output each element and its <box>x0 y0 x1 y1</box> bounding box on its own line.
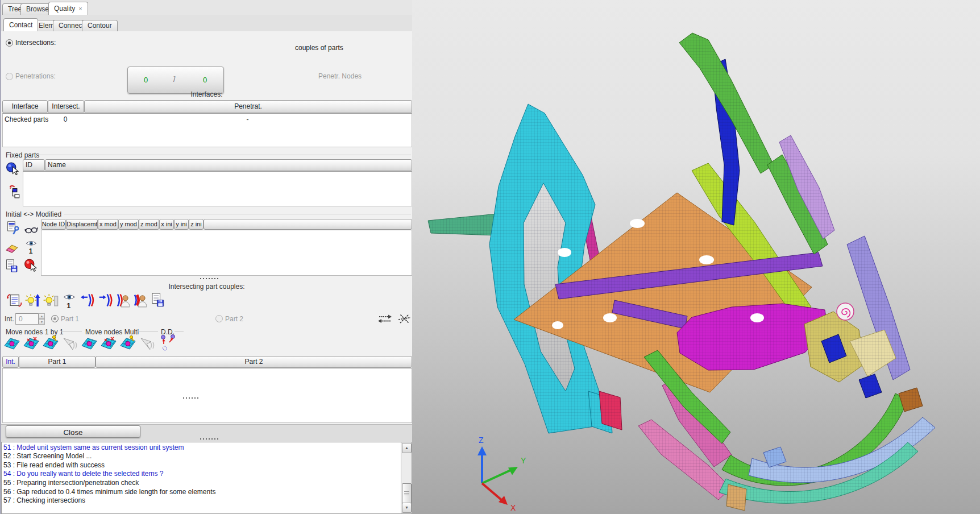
checked-parts-intersect: 0 <box>47 115 84 123</box>
interfaces-header: Interface Intersect. Penetrat. <box>2 100 412 113</box>
hierarchy-icon[interactable] <box>7 184 22 198</box>
couples-grip[interactable] <box>183 397 198 399</box>
initial-modified-title: Initial <-> Modified <box>6 210 61 218</box>
couples-of-parts-label: couples of parts <box>295 44 343 52</box>
col-part2[interactable]: Part 2 <box>95 356 412 368</box>
penetr-nodes-label: Penetr. Nodes <box>318 72 362 80</box>
move-node-pin-icon[interactable] <box>42 335 59 352</box>
tab-contact[interactable]: Contact <box>3 18 38 31</box>
fixed-parts-body[interactable] <box>23 171 412 206</box>
node-edit-icon[interactable] <box>6 221 20 235</box>
part1-radio[interactable] <box>51 315 59 322</box>
message-log[interactable]: 51 : Model unit system same as current s… <box>1 442 412 514</box>
eraser-icon[interactable] <box>5 241 19 255</box>
save-couples-icon[interactable] <box>150 292 166 308</box>
col-z-mod[interactable]: z mod <box>139 219 159 230</box>
int-spinner-down[interactable]: ▼ <box>39 319 45 325</box>
3d-viewport[interactable]: Z Y X <box>412 0 980 514</box>
int-input[interactable]: 0 <box>15 313 39 325</box>
apply-user-icon[interactable] <box>114 292 130 308</box>
close-button[interactable]: Close <box>6 425 140 438</box>
col-y-mod[interactable]: y mod <box>118 219 139 230</box>
checked-parts-label: Checked parts <box>5 115 48 123</box>
col-name[interactable]: Name <box>45 159 412 171</box>
col-y-ini[interactable]: y ini <box>174 219 189 230</box>
tab-contour[interactable]: Contour <box>82 20 118 31</box>
show-single-couple-icon[interactable]: 1 <box>61 293 77 309</box>
pick-cursor-1by1-icon[interactable] <box>61 335 78 352</box>
initial-modified-header: Node ID Displacemt x mod y mod z mod x i… <box>41 219 412 230</box>
move-to-part2-icon[interactable] <box>97 292 113 308</box>
log-line: 54 : Do you really want to delete the se… <box>2 469 412 478</box>
svg-text:1: 1 <box>29 247 33 254</box>
col-id[interactable]: ID <box>23 159 45 171</box>
couples-header: Int. Part 1 Part 2 <box>2 356 412 368</box>
swap-parts-icon[interactable] <box>377 314 392 326</box>
col-intersect[interactable]: Intersect. <box>48 100 84 113</box>
tab-quality-label: Quality <box>54 5 75 13</box>
penetrations-radio[interactable] <box>6 73 13 80</box>
log-line: 55 : Preparing intersection/penetration … <box>2 478 412 487</box>
highlight-up-icon[interactable] <box>25 292 41 308</box>
fixed-parts-title: Fixed parts <box>6 151 39 159</box>
save-list-icon[interactable] <box>5 259 19 273</box>
pick-part-icon[interactable] <box>6 162 20 177</box>
axis-triad: Z Y X <box>460 435 534 512</box>
col-filler <box>204 219 412 230</box>
highlight-off-icon[interactable] <box>43 292 59 308</box>
move-multi-pin-icon[interactable] <box>119 335 136 352</box>
intersections-count: 0 <box>144 76 148 84</box>
break-couple-icon[interactable] <box>398 312 411 327</box>
col-penetrat[interactable]: Penetrat. <box>84 100 412 113</box>
interfaces-table-body[interactable]: Checked parts 0 - <box>2 113 412 147</box>
part1-label: Part 1 <box>61 315 79 323</box>
initial-modified-body[interactable] <box>41 230 412 276</box>
svg-text:1: 1 <box>67 301 70 309</box>
drag-drop-icon[interactable] <box>159 334 176 351</box>
move-node-icon[interactable] <box>3 335 20 352</box>
int-spinner-up[interactable]: ▲ <box>39 313 45 319</box>
apply-user-red-icon[interactable] <box>131 292 147 308</box>
move-multi-icon[interactable] <box>81 335 98 352</box>
pick-node-icon[interactable] <box>24 259 39 273</box>
col-x-mod[interactable]: x mod <box>98 219 118 230</box>
couples-body[interactable] <box>2 368 412 423</box>
x-axis-label: X <box>510 503 516 512</box>
intersections-count-2: 0 <box>203 76 207 84</box>
col-z-ini[interactable]: z ini <box>189 219 204 230</box>
tab-close-icon[interactable]: × <box>78 5 82 12</box>
move-multi-x-icon[interactable] <box>100 335 117 352</box>
copy-list-icon[interactable] <box>6 292 22 308</box>
splitter-grip[interactable] <box>200 278 218 279</box>
log-line: 53 : File read ended with success <box>2 460 412 469</box>
col-part1[interactable]: Part 1 <box>19 356 95 368</box>
quality-panel: Tree Browser Quality× Contact Elem Conne… <box>0 0 412 514</box>
log-line: 52 : Start Screening Model ... <box>2 451 412 461</box>
z-axis-label: Z <box>479 436 484 445</box>
scroll-down-icon[interactable]: ▼ <box>402 503 412 513</box>
move-to-part1-icon[interactable] <box>80 292 95 308</box>
part2-radio[interactable] <box>215 315 223 322</box>
col-interface[interactable]: Interface <box>2 100 48 113</box>
scroll-up-icon[interactable]: ▲ <box>402 443 412 453</box>
z-axis-arrow <box>477 446 487 455</box>
col-node-id[interactable]: Node ID <box>41 219 66 230</box>
y-axis-label: Y <box>521 456 526 465</box>
tab-quality[interactable]: Quality× <box>48 2 88 15</box>
log-splitter-grip[interactable] <box>200 438 218 440</box>
col-x-ini[interactable]: x ini <box>159 219 174 230</box>
col-displacement[interactable]: Displacemt <box>66 219 98 230</box>
review-glasses-icon[interactable] <box>24 222 39 237</box>
spiral-detail <box>837 303 854 320</box>
move-node-x-icon[interactable] <box>23 335 40 352</box>
pick-cursor-multi-icon[interactable] <box>139 335 156 352</box>
main-tab-bar: Tree Browser Quality× <box>1 0 412 15</box>
log-scrollbar[interactable]: ▲ ▼ <box>401 442 412 513</box>
penetrations-value: - <box>173 72 176 80</box>
contact-panel: Intersections: 0 / 0 couples of parts Pe… <box>1 31 412 424</box>
show-single-icon[interactable]: 1 <box>24 239 39 254</box>
col-int[interactable]: Int. <box>2 356 19 368</box>
log-line: 57 : Checking intersections <box>2 496 412 505</box>
penetrations-label: Penetrations: <box>15 72 56 80</box>
intersections-radio[interactable] <box>6 39 13 47</box>
